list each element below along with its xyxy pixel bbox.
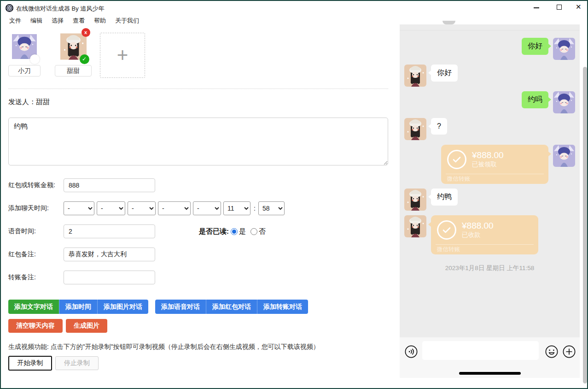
voice-icon[interactable]	[405, 345, 418, 358]
read-status-label: 是否已读:	[199, 227, 229, 236]
chat-avatar-tiantian	[404, 189, 426, 211]
add-button-1[interactable]: 添加文字对话	[8, 300, 59, 314]
title-bar: 在线微信对话生成器 By 追风少年 ✕	[1, 1, 587, 15]
chat-preview-panel: 你好你好约吗?¥888.00已被领取微信转账约鸭¥888.00已收款微信转账20…	[400, 15, 580, 381]
character-name: 小刀	[8, 65, 41, 77]
remove-character-icon[interactable]: x	[82, 28, 90, 37]
transfer-type-label: 微信转账	[437, 246, 460, 253]
danger-button-1[interactable]: 清空聊天内容	[8, 319, 63, 333]
transfer-check-icon	[437, 220, 456, 240]
transfer-divider	[446, 174, 544, 174]
add-character-button[interactable]: +	[100, 33, 145, 78]
character-name: 甜甜	[55, 65, 92, 77]
start-record-button[interactable]: 开始录制	[8, 356, 52, 371]
window-title: 在线微信对话生成器 By 追风少年	[16, 5, 104, 13]
transfer-check-icon	[447, 150, 466, 169]
amount-label: 红包或转账金额:	[8, 181, 64, 189]
chat-avatar-tiantian	[404, 118, 426, 140]
app-icon	[6, 4, 13, 12]
time-select-4[interactable]: -	[158, 201, 191, 215]
time-select-3[interactable]: -	[128, 201, 156, 215]
scrolled-avatar-peek	[442, 21, 455, 24]
transfer-status: 已收款	[462, 231, 494, 239]
vertical-scrollbar[interactable]	[583, 67, 587, 383]
amount-input[interactable]	[64, 178, 155, 192]
chat-bubble[interactable]: 约鸭	[431, 189, 458, 206]
close-icon: ✕	[576, 3, 582, 11]
time-select-1[interactable]: -	[64, 201, 94, 215]
character-card-xiaodao[interactable]: 小刀	[8, 32, 41, 77]
add-button2-2[interactable]: 添加红包对话	[206, 300, 257, 314]
menu-item-2[interactable]: 编辑	[26, 15, 47, 26]
chat-bubble[interactable]: 你好	[431, 65, 458, 82]
chat-input-bar	[400, 337, 580, 378]
time-select-2[interactable]: -	[97, 201, 125, 215]
menu-bar: 文件编辑选择查看帮助关于我们	[1, 15, 397, 27]
maximize-button[interactable]	[552, 1, 567, 14]
add-button-3[interactable]: 添加图片对话	[97, 300, 148, 314]
chat-message-input[interactable]	[422, 341, 539, 360]
time-select-6[interactable]: 11	[223, 201, 250, 215]
voice-duration-label: 语音时间:	[8, 227, 64, 236]
chat-bubble[interactable]: 你好	[522, 38, 548, 55]
chat-message-row: 约吗	[404, 91, 575, 113]
time-label: 添加聊天时间:	[8, 204, 64, 212]
minimize-icon	[534, 7, 539, 8]
selected-check-icon[interactable]: ✓	[80, 54, 89, 64]
chat-avatar-tiantian	[404, 215, 426, 237]
transfer-note-label: 转账备注:	[8, 273, 64, 282]
minute-select[interactable]: 58	[258, 201, 285, 215]
unselected-circle-icon[interactable]	[30, 54, 40, 64]
character-avatar-tiantian: x✓	[60, 32, 87, 61]
message-textarea[interactable]	[8, 118, 388, 165]
chat-bubble[interactable]: ?	[431, 118, 447, 135]
time-select-5[interactable]: -	[193, 201, 221, 215]
time-colon: :	[254, 205, 256, 212]
transfer-amount: ¥888.00	[462, 221, 494, 231]
stop-record-button[interactable]: 停止录制	[55, 356, 99, 370]
redpacket-note-input[interactable]	[64, 248, 155, 261]
add-buttons-row: 添加文字对话添加时间添加图片对话 添加语音对话添加红包对话添加转账对话	[8, 300, 315, 314]
transfer-note-input[interactable]	[64, 271, 155, 284]
maximize-icon	[557, 5, 562, 10]
transfer-card[interactable]: ¥888.00已被领取微信转账	[441, 145, 548, 184]
record-row: 开始录制 停止录制	[8, 356, 99, 371]
character-card-tiantian[interactable]: x✓甜甜	[55, 32, 92, 77]
menu-item-1[interactable]: 文件	[5, 15, 26, 26]
chat-avatar-xiaodao	[553, 38, 575, 60]
transfer-card-top: ¥888.00已收款	[431, 215, 538, 240]
add-button-2[interactable]: 添加时间	[59, 300, 97, 314]
menu-item-4[interactable]: 查看	[68, 15, 89, 26]
chat-message-row: ¥888.00已被领取微信转账	[404, 145, 575, 184]
attach-plus-icon[interactable]	[563, 345, 576, 358]
character-avatar-xiaodao	[12, 32, 37, 61]
menu-item-5[interactable]: 帮助	[89, 15, 111, 26]
emoji-icon[interactable]	[545, 345, 558, 358]
minimize-button[interactable]	[529, 1, 544, 14]
read-option-yes[interactable]: 是	[231, 227, 246, 236]
section-divider	[8, 88, 388, 89]
chat-bubble[interactable]: 约吗	[522, 91, 548, 108]
menu-item-6[interactable]: 关于我们	[111, 15, 144, 26]
danger-button-2[interactable]: 生成图片	[66, 319, 107, 333]
redpacket-note-label: 红包备注:	[8, 250, 64, 259]
add-button2-3[interactable]: 添加转账对话	[257, 300, 308, 314]
chat-area[interactable]: 你好你好约吗?¥888.00已被领取微信转账约鸭¥888.00已收款微信转账20…	[400, 24, 580, 337]
transfer-card[interactable]: ¥888.00已收款微信转账	[431, 215, 538, 254]
read-radio-no[interactable]	[250, 228, 257, 235]
sender-label: 发送人：甜甜	[8, 98, 50, 106]
close-button[interactable]: ✕	[572, 1, 588, 14]
chat-message-row: ¥888.00已收款微信转账	[404, 215, 575, 254]
chat-message-row: ?	[404, 118, 575, 140]
chat-avatar-xiaodao	[553, 91, 575, 113]
voice-duration-input[interactable]	[64, 224, 155, 238]
read-option-no[interactable]: 否	[250, 227, 266, 236]
danger-buttons-row: 清空聊天内容生成图片	[8, 319, 107, 333]
menu-item-3[interactable]: 选择	[47, 15, 68, 26]
add-button2-1[interactable]: 添加语音对话	[155, 300, 206, 314]
chat-message-row: 你好	[404, 38, 575, 60]
read-radio-yes[interactable]	[231, 228, 238, 235]
chat-timestamp: 2023年1月8日 星期日 上午11:58	[404, 264, 575, 272]
chat-avatar-xiaodao	[553, 145, 575, 167]
transfer-texts: ¥888.00已被领取	[472, 150, 504, 169]
